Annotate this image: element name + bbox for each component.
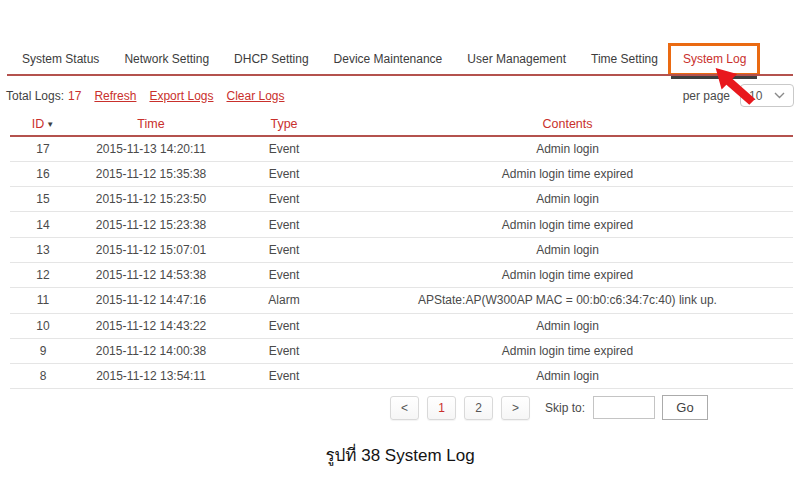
log-type-cell: Event xyxy=(226,364,342,389)
log-contents-cell: Admin login xyxy=(342,364,793,389)
total-logs-value: 17 xyxy=(68,89,81,103)
table-row: 12 2015-11-12 14:53:38 Event Admin login… xyxy=(10,262,793,287)
column-header-time: Time xyxy=(76,112,226,136)
log-id-cell: 14 xyxy=(10,212,76,237)
log-id-cell: 11 xyxy=(10,288,76,313)
log-id-cell: 17 xyxy=(10,136,76,161)
log-type-cell: Event xyxy=(226,136,342,161)
log-time-cell: 2015-11-12 14:47:16 xyxy=(76,288,226,313)
log-time-cell: 2015-11-12 14:43:22 xyxy=(76,313,226,338)
page-number-button[interactable]: 2 xyxy=(464,396,493,420)
table-row: 14 2015-11-12 15:23:38 Event Admin login… xyxy=(10,212,793,237)
log-time-cell: 2015-11-12 13:54:11 xyxy=(76,364,226,389)
tab-dhcp-setting[interactable]: DHCP Setting xyxy=(234,52,308,66)
log-id-cell: 9 xyxy=(10,338,76,363)
chevron-down-icon xyxy=(774,92,785,99)
refresh-link[interactable]: Refresh xyxy=(94,89,136,103)
per-page-value: 10 xyxy=(749,89,762,103)
log-time-cell: 2015-11-12 14:00:38 xyxy=(76,338,226,363)
tab-network-setting[interactable]: Network Setting xyxy=(124,52,209,66)
page-number-button[interactable]: 1 xyxy=(427,396,456,420)
log-contents-cell: Admin login xyxy=(342,313,793,338)
log-contents-cell: Admin login xyxy=(342,237,793,262)
log-contents-cell: APState:AP(W300AP MAC = 00:b0:c6:34:7c:4… xyxy=(342,288,793,313)
sort-desc-icon: ▼ xyxy=(46,120,54,129)
total-logs-label: Total Logs: xyxy=(6,89,64,103)
log-time-cell: 2015-11-12 15:07:01 xyxy=(76,237,226,262)
tab-system-status[interactable]: System Status xyxy=(22,52,99,66)
log-contents-cell: Admin login time expired xyxy=(342,212,793,237)
tab-system-log[interactable]: System Log xyxy=(683,52,746,66)
log-type-cell: Event xyxy=(226,212,342,237)
table-row: 9 2015-11-12 14:00:38 Event Admin login … xyxy=(10,338,793,363)
system-log-table: ID▼ Time Type Contents 17 2015-11-13 14:… xyxy=(10,112,793,389)
table-row: 13 2015-11-12 15:07:01 Event Admin login xyxy=(10,237,793,262)
active-tab-underline xyxy=(671,76,757,79)
table-row: 17 2015-11-13 14:20:11 Event Admin login xyxy=(10,136,793,161)
log-type-cell: Event xyxy=(226,313,342,338)
log-time-cell: 2015-11-12 15:23:38 xyxy=(76,212,226,237)
log-type-cell: Event xyxy=(226,262,342,287)
next-page-button[interactable]: > xyxy=(501,396,530,420)
log-type-cell: Event xyxy=(226,237,342,262)
tab-bar: System Status Network Setting DHCP Setti… xyxy=(0,43,800,75)
log-id-cell: 15 xyxy=(10,187,76,212)
table-row: 16 2015-11-12 15:35:38 Event Admin login… xyxy=(10,161,793,186)
clear-logs-link[interactable]: Clear Logs xyxy=(226,89,284,103)
export-logs-link[interactable]: Export Logs xyxy=(149,89,213,103)
table-row: 8 2015-11-12 13:54:11 Event Admin login xyxy=(10,364,793,389)
table-row: 10 2015-11-12 14:43:22 Event Admin login xyxy=(10,313,793,338)
log-contents-cell: Admin login time expired xyxy=(342,161,793,186)
log-id-cell: 8 xyxy=(10,364,76,389)
log-contents-cell: Admin login xyxy=(342,187,793,212)
tab-device-maintenance[interactable]: Device Maintenance xyxy=(334,52,443,66)
column-header-contents: Contents xyxy=(342,112,793,136)
system-log-page: System Status Network Setting DHCP Setti… xyxy=(0,0,800,500)
log-type-cell: Event xyxy=(226,161,342,186)
table-row: 11 2015-11-12 14:47:16 Alarm APState:AP(… xyxy=(10,288,793,313)
log-id-cell: 16 xyxy=(10,161,76,186)
tab-time-setting[interactable]: Time Setting xyxy=(591,52,658,66)
prev-page-button[interactable]: < xyxy=(390,396,419,420)
log-contents-cell: Admin login time expired xyxy=(342,338,793,363)
tab-system-log-label: System Log xyxy=(683,52,746,66)
log-type-cell: Alarm xyxy=(226,288,342,313)
figure-caption: รูปที่ 38 System Log xyxy=(0,441,800,468)
id-header-label: ID xyxy=(32,117,45,131)
log-contents-cell: Admin login xyxy=(342,136,793,161)
skip-to-input[interactable] xyxy=(593,396,655,419)
log-id-cell: 12 xyxy=(10,262,76,287)
table-header-row: ID▼ Time Type Contents xyxy=(10,112,793,136)
log-type-cell: Event xyxy=(226,187,342,212)
log-time-cell: 2015-11-12 15:35:38 xyxy=(76,161,226,186)
log-type-cell: Event xyxy=(226,338,342,363)
log-time-cell: 2015-11-12 14:53:38 xyxy=(76,262,226,287)
column-header-id[interactable]: ID▼ xyxy=(10,112,76,136)
log-time-cell: 2015-11-13 14:20:11 xyxy=(76,136,226,161)
column-header-type: Type xyxy=(226,112,342,136)
per-page-label: per page xyxy=(683,89,730,103)
tabbar-divider xyxy=(7,74,793,76)
per-page-group: per page 10 xyxy=(683,84,794,107)
log-id-cell: 10 xyxy=(10,313,76,338)
per-page-select[interactable]: 10 xyxy=(740,84,794,107)
table-row: 15 2015-11-12 15:23:50 Event Admin login xyxy=(10,187,793,212)
log-toolbar: Total Logs: 17 Refresh Export Logs Clear… xyxy=(6,83,794,108)
log-id-cell: 13 xyxy=(10,237,76,262)
skip-to-label: Skip to: xyxy=(545,401,585,415)
pagination-bar: < 1 2 > Skip to: Go xyxy=(390,395,708,420)
log-time-cell: 2015-11-12 15:23:50 xyxy=(76,187,226,212)
tab-user-management[interactable]: User Management xyxy=(467,52,566,66)
log-contents-cell: Admin login time expired xyxy=(342,262,793,287)
go-button[interactable]: Go xyxy=(662,395,708,420)
